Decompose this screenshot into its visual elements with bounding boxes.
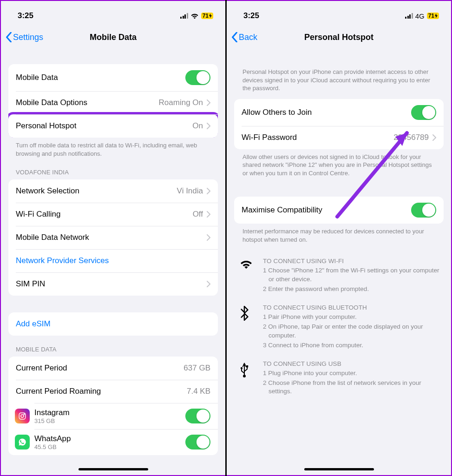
row-current-roaming: Current Period Roaming 7.4 KB — [8, 380, 218, 403]
instr-line: 1 Choose "iPhone 12" from the Wi-Fi sett… — [263, 266, 441, 284]
row-wifi-calling[interactable]: Wi-Fi Calling Off — [8, 203, 218, 226]
group-hotspot-main: Allow Others to Join Wi-Fi Password 2345… — [234, 99, 444, 149]
phone-personal-hotspot: 3:25 4G 71 Back Personal Hotspot Persona… — [227, 0, 452, 476]
note-mobile-data: Turn off mobile data to restrict all dat… — [1, 138, 225, 159]
signal-icon — [405, 13, 413, 19]
svg-rect-4 — [246, 365, 248, 367]
phone-mobile-data: 3:25 71 Settings Mobile Data Mobile Data… — [0, 0, 225, 476]
instr-line: 1 Pair iPhone with your computer. — [263, 313, 441, 322]
group-compat: Maximise Compatibility — [234, 197, 444, 224]
back-button[interactable]: Back — [227, 32, 257, 42]
row-mobile-data[interactable]: Mobile Data — [8, 64, 218, 91]
row-wifi-password[interactable]: Wi-Fi Password 23456789 — [234, 126, 444, 149]
instr-title: TO CONNECT USING WI-FI — [263, 258, 441, 264]
app-name: WhatsApp — [34, 434, 185, 443]
row-maximise-compat[interactable]: Maximise Compatibility — [234, 197, 444, 224]
usb-icon — [240, 360, 255, 397]
chevron-icon — [207, 281, 210, 287]
status-right: 4G 71 — [405, 12, 439, 20]
instr-line: 3 Connect to iPhone from computer. — [263, 341, 441, 350]
instr-line: 2 Choose iPhone from the list of network… — [263, 379, 441, 397]
group-esim: Add eSIM — [8, 312, 218, 336]
instagram-app-icon — [15, 409, 30, 423]
wifi-icon — [240, 258, 255, 295]
row-sim-pin[interactable]: SIM PIN — [8, 272, 218, 296]
header-usage: MOBILE DATA — [1, 336, 225, 357]
instructions-wifi: TO CONNECT USING WI-FI 1 Choose "iPhone … — [227, 251, 451, 298]
group-mobile-data: Mobile Data Mobile Data Options Roaming … — [8, 64, 218, 138]
chevron-icon — [207, 188, 210, 194]
row-personal-hotspot[interactable]: Personal Hotspot On — [8, 114, 218, 138]
row-current-period: Current Period 637 GB — [8, 357, 218, 380]
instr-title: TO CONNECT USING BLUETOOTH — [263, 304, 441, 311]
instr-line: 2 On iPhone, tap Pair or enter the code … — [263, 323, 441, 340]
row-mobile-data-options[interactable]: Mobile Data Options Roaming On — [8, 91, 218, 114]
row-network-provider-services[interactable]: Network Provider Services — [8, 249, 218, 272]
app-name: Instagram — [34, 408, 185, 417]
note-allow-others: Allow other users or devices not signed … — [227, 149, 451, 178]
app-usage: 315 GB — [34, 417, 185, 424]
chevron-icon — [207, 99, 210, 106]
status-right: 71 — [180, 13, 213, 19]
battery-indicator: 71 — [427, 13, 439, 19]
instructions-usb: TO CONNECT USING USB 1 Plug iPhone into … — [227, 354, 451, 400]
instr-title: TO CONNECT USING USB — [263, 360, 441, 367]
group-usage: Current Period 637 GB Current Period Roa… — [8, 357, 218, 455]
home-indicator[interactable] — [79, 468, 148, 470]
group-carrier: Network Selection Vi India Wi-Fi Calling… — [8, 179, 218, 296]
row-allow-others[interactable]: Allow Others to Join — [234, 99, 444, 126]
page-title: Personal Hotspot — [304, 33, 373, 42]
row-network-selection[interactable]: Network Selection Vi India — [8, 179, 218, 203]
row-add-esim[interactable]: Add eSIM — [8, 312, 218, 336]
row-app-instagram[interactable]: Instagram 315 GB — [8, 403, 218, 429]
chevron-icon — [207, 123, 210, 129]
instructions-bluetooth: TO CONNECT USING BLUETOOTH 1 Pair iPhone… — [227, 298, 451, 354]
status-bar: 3:25 4G 71 — [227, 1, 451, 26]
switch-mobile-data[interactable] — [185, 70, 210, 85]
status-time: 3:25 — [243, 11, 259, 20]
nav-header: Settings Mobile Data — [1, 26, 225, 47]
svg-point-5 — [243, 375, 246, 377]
battery-indicator: 71 — [201, 13, 213, 19]
chevron-icon — [207, 211, 210, 218]
note-intro: Personal Hotspot on your iPhone can prov… — [227, 47, 451, 94]
chevron-icon — [207, 234, 210, 241]
row-mobile-data-network[interactable]: Mobile Data Network — [8, 226, 218, 249]
svg-point-2 — [24, 414, 25, 415]
bluetooth-icon — [240, 304, 255, 351]
wifi-icon — [190, 13, 199, 19]
header-carrier: VODAFONE INDIA — [1, 159, 225, 179]
switch-app-whatsapp[interactable] — [185, 435, 210, 450]
nav-header: Back Personal Hotspot — [227, 26, 451, 47]
row-app-whatsapp[interactable]: WhatsApp 45.5 GB — [8, 429, 218, 455]
switch-allow-others[interactable] — [411, 105, 436, 120]
page-title: Mobile Data — [90, 33, 137, 42]
home-indicator[interactable] — [304, 468, 374, 470]
status-time: 3:25 — [18, 11, 33, 20]
switch-maximise-compat[interactable] — [411, 203, 436, 218]
svg-point-3 — [241, 367, 242, 369]
instr-line: 1 Plug iPhone into your computer. — [263, 369, 441, 378]
svg-point-1 — [21, 415, 24, 417]
network-type: 4G — [415, 12, 425, 20]
back-button[interactable]: Settings — [1, 32, 43, 42]
chevron-icon — [432, 134, 436, 141]
whatsapp-app-icon — [15, 435, 30, 450]
app-usage: 45.5 GB — [34, 443, 185, 450]
instr-line: 2 Enter the password when prompted. — [263, 285, 441, 294]
status-bar: 3:25 71 — [1, 1, 225, 26]
switch-app-instagram[interactable] — [185, 409, 210, 423]
signal-icon — [180, 13, 188, 19]
note-compat: Internet performance may be reduced for … — [227, 224, 451, 245]
